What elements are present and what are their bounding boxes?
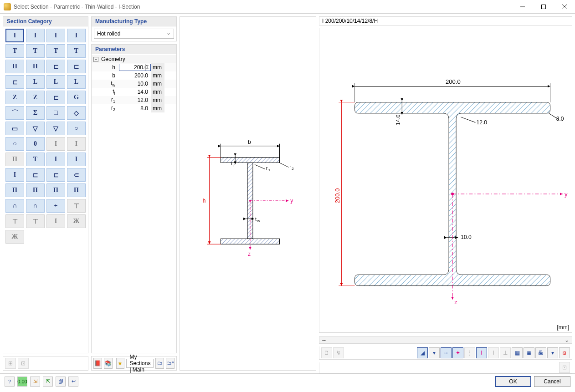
- section-shape-16[interactable]: Z: [5, 91, 24, 104]
- section-shape-5[interactable]: T: [26, 44, 45, 58]
- section-shape-37[interactable]: ⊏: [26, 168, 45, 182]
- param-value[interactable]: 200.0▲▼: [119, 64, 151, 71]
- folder-button[interactable]: 🗂: [155, 358, 164, 369]
- section-shape-1[interactable]: I: [26, 29, 45, 42]
- extra2-button[interactable]: ⊥: [500, 347, 511, 358]
- spinner-icon[interactable]: ▲▼: [145, 64, 150, 71]
- minimize-button[interactable]: [512, 0, 533, 14]
- principal-button[interactable]: I: [476, 347, 487, 358]
- section-shape-17[interactable]: Z: [26, 91, 45, 104]
- section-shape-41[interactable]: Π: [26, 183, 45, 197]
- axes-toggle-button[interactable]: ✦: [452, 347, 463, 358]
- cancel-button[interactable]: Cancel: [534, 376, 570, 387]
- section-shape-8[interactable]: Π: [5, 60, 24, 73]
- section-shape-44[interactable]: ∩: [5, 199, 24, 213]
- group-expand-button[interactable]: ⊞: [5, 358, 16, 369]
- view-iso-button[interactable]: ◢: [417, 347, 428, 358]
- section-shape-9[interactable]: Π: [26, 60, 45, 73]
- section-shape-25[interactable]: ▽: [26, 122, 45, 135]
- section-shape-11[interactable]: ⊏: [67, 60, 86, 73]
- section-shape-13[interactable]: L: [26, 75, 45, 89]
- undo-button[interactable]: ↩: [68, 377, 78, 387]
- section-shape-29[interactable]: 0: [26, 137, 45, 151]
- section-shape-12[interactable]: ⊏: [5, 75, 24, 89]
- param-row-tf[interactable]: tf14.0mm: [92, 88, 176, 96]
- favorite-add-button[interactable]: ★: [116, 358, 125, 369]
- param-row-r1[interactable]: r112.0mm: [92, 96, 176, 104]
- section-shape-15[interactable]: L: [67, 75, 86, 89]
- section-shape-14[interactable]: L: [46, 75, 65, 89]
- grid-button[interactable]: ▦: [512, 347, 523, 358]
- section-shape-21[interactable]: Σ: [26, 106, 45, 120]
- edit-button[interactable]: ↯: [333, 347, 344, 358]
- info-select[interactable]: --: [319, 336, 572, 344]
- section-shape-46[interactable]: +: [46, 199, 65, 213]
- section-shape-19[interactable]: G: [67, 91, 86, 104]
- print-menu-button[interactable]: ▾: [547, 347, 558, 358]
- library-button[interactable]: 📕: [93, 358, 102, 369]
- manufacturing-type-select[interactable]: Hot rolled: [94, 29, 174, 39]
- section-shape-33[interactable]: T: [26, 153, 45, 166]
- section-shape-49[interactable]: ⊤: [26, 214, 45, 228]
- section-shape-0[interactable]: I: [5, 29, 24, 42]
- section-shape-26[interactable]: ▽: [46, 122, 65, 135]
- section-shape-27[interactable]: ○: [67, 122, 86, 135]
- section-shape-48[interactable]: ⊤: [5, 214, 24, 228]
- section-shape-22[interactable]: □: [46, 106, 65, 120]
- section-shape-39[interactable]: ⊂: [67, 168, 86, 182]
- section-category-header: Section Category: [3, 16, 88, 26]
- view-menu-button[interactable]: ▾: [429, 347, 440, 358]
- section-shape-35[interactable]: I: [67, 153, 86, 166]
- units-button[interactable]: 0.00: [17, 377, 27, 387]
- favorites-select[interactable]: My Sections | Main: [126, 359, 154, 368]
- reset-button[interactable]: ⦻: [559, 347, 570, 358]
- param-row-r2[interactable]: r28.0mm: [92, 104, 176, 112]
- section-shape-4[interactable]: T: [5, 44, 24, 58]
- stress-point-button[interactable]: ⊡: [559, 362, 570, 373]
- section-shape-18[interactable]: ⊏: [46, 91, 65, 104]
- section-shape-31[interactable]: I: [67, 137, 86, 151]
- param-row-b[interactable]: b200.0mm: [92, 71, 176, 80]
- section-shape-36[interactable]: I: [5, 168, 24, 182]
- param-row-tw[interactable]: tw10.0mm: [92, 80, 176, 88]
- import-button[interactable]: ⇱: [43, 377, 53, 387]
- param-group-geometry[interactable]: − Geometry: [92, 55, 176, 63]
- group-collapse-button[interactable]: ⊡: [18, 358, 29, 369]
- ok-button[interactable]: OK: [495, 376, 531, 387]
- section-shape-28[interactable]: ○: [5, 137, 24, 151]
- section-shape-10[interactable]: ⊏: [46, 60, 65, 73]
- list-button[interactable]: ≣: [524, 347, 534, 358]
- section-shape-3[interactable]: I: [67, 29, 86, 42]
- section-shape-2[interactable]: I: [46, 29, 65, 42]
- section-shape-50[interactable]: I: [46, 214, 65, 228]
- help-button[interactable]: ?: [5, 377, 15, 387]
- extra1-button[interactable]: I: [488, 347, 499, 358]
- section-shape-51[interactable]: Ж: [67, 214, 86, 228]
- section-shape-30[interactable]: I: [46, 137, 65, 151]
- section-shape-40[interactable]: Π: [5, 183, 24, 197]
- prop-button[interactable]: 🗋: [321, 347, 332, 358]
- shear-button[interactable]: ⋮: [464, 347, 475, 358]
- section-shape-7[interactable]: T: [67, 44, 86, 58]
- export-button[interactable]: ⇲: [30, 377, 40, 387]
- section-shape-42[interactable]: Π: [46, 183, 65, 197]
- close-button[interactable]: [554, 0, 575, 14]
- book-button[interactable]: 📚: [104, 358, 113, 369]
- section-shape-45[interactable]: ∩: [26, 199, 45, 213]
- new-folder-button[interactable]: 🗂*: [166, 358, 175, 369]
- section-shape-47[interactable]: ⊤: [67, 199, 86, 213]
- section-shape-32[interactable]: Π: [5, 153, 24, 166]
- section-shape-23[interactable]: ◇: [67, 106, 86, 120]
- section-shape-20[interactable]: ⌒: [5, 106, 24, 120]
- section-shape-43[interactable]: Π: [67, 183, 86, 197]
- param-row-h[interactable]: h200.0▲▼mm: [92, 63, 176, 71]
- section-shape-6[interactable]: T: [46, 44, 65, 58]
- print-button[interactable]: 🖶: [535, 347, 546, 358]
- section-shape-38[interactable]: ⊏: [46, 168, 65, 182]
- maximize-button[interactable]: [533, 0, 554, 14]
- section-shape-34[interactable]: I: [46, 153, 65, 166]
- section-shape-52[interactable]: Ж: [5, 230, 24, 244]
- dim-toggle-button[interactable]: ↔: [441, 347, 452, 358]
- copy-button[interactable]: 🗐: [56, 377, 66, 387]
- section-shape-24[interactable]: ▭: [5, 122, 24, 135]
